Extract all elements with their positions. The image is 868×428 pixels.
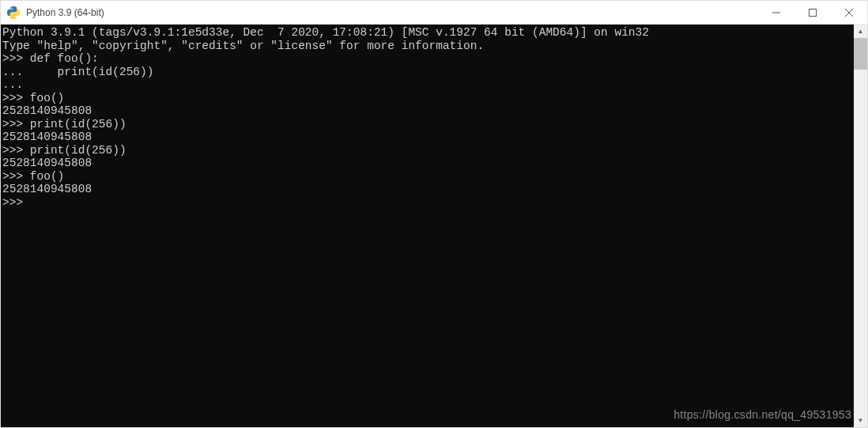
minimize-button[interactable] bbox=[758, 1, 794, 24]
terminal-container: Python 3.9.1 (tags/v3.9.1:1e5d33e, Dec 7… bbox=[1, 25, 867, 427]
scrollbar-track-area[interactable] bbox=[854, 70, 867, 414]
scrollbar-thumb[interactable] bbox=[854, 38, 867, 70]
scrollbar-up-arrow[interactable]: ▲ bbox=[854, 25, 867, 38]
terminal[interactable]: Python 3.9.1 (tags/v3.9.1:1e5d33e, Dec 7… bbox=[1, 25, 854, 427]
maximize-button[interactable] bbox=[794, 1, 831, 24]
window-title: Python 3.9 (64-bit) bbox=[26, 7, 758, 18]
watermark: https://blog.csdn.net/qq_49531953 bbox=[674, 408, 851, 421]
scrollbar-down-arrow[interactable]: ▼ bbox=[854, 414, 867, 427]
titlebar: Python 3.9 (64-bit) bbox=[1, 1, 867, 25]
scrollbar[interactable]: ▲ ▼ bbox=[854, 25, 867, 427]
window-controls bbox=[758, 1, 867, 24]
app-window: Python 3.9 (64-bit) Python 3.9.1 (tags/v… bbox=[0, 0, 868, 428]
close-button[interactable] bbox=[831, 1, 867, 24]
svg-rect-1 bbox=[810, 9, 817, 16]
python-icon bbox=[7, 6, 20, 19]
